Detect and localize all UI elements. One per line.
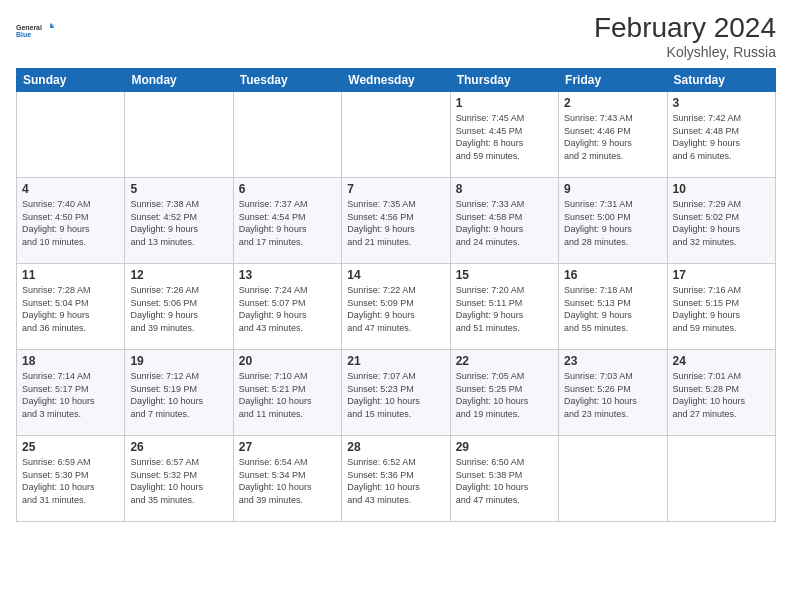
- day-info: Sunrise: 7:07 AM Sunset: 5:23 PM Dayligh…: [347, 370, 444, 420]
- logo-container: General Blue: [16, 12, 54, 50]
- cell-w3-d6: 16Sunrise: 7:18 AM Sunset: 5:13 PM Dayli…: [559, 264, 667, 350]
- day-number: 9: [564, 182, 661, 196]
- day-number: 26: [130, 440, 227, 454]
- day-number: 27: [239, 440, 336, 454]
- day-number: 18: [22, 354, 119, 368]
- day-info: Sunrise: 7:20 AM Sunset: 5:11 PM Dayligh…: [456, 284, 553, 334]
- cell-w5-d2: 26Sunrise: 6:57 AM Sunset: 5:32 PM Dayli…: [125, 436, 233, 522]
- day-number: 1: [456, 96, 553, 110]
- day-number: 25: [22, 440, 119, 454]
- cell-w3-d5: 15Sunrise: 7:20 AM Sunset: 5:11 PM Dayli…: [450, 264, 558, 350]
- cell-w2-d6: 9Sunrise: 7:31 AM Sunset: 5:00 PM Daylig…: [559, 178, 667, 264]
- cell-w2-d3: 6Sunrise: 7:37 AM Sunset: 4:54 PM Daylig…: [233, 178, 341, 264]
- day-number: 16: [564, 268, 661, 282]
- day-number: 5: [130, 182, 227, 196]
- cell-w4-d2: 19Sunrise: 7:12 AM Sunset: 5:19 PM Dayli…: [125, 350, 233, 436]
- day-number: 15: [456, 268, 553, 282]
- svg-text:Blue: Blue: [16, 31, 31, 38]
- cell-w1-d3: [233, 92, 341, 178]
- day-info: Sunrise: 7:38 AM Sunset: 4:52 PM Dayligh…: [130, 198, 227, 248]
- cell-w4-d5: 22Sunrise: 7:05 AM Sunset: 5:25 PM Dayli…: [450, 350, 558, 436]
- day-info: Sunrise: 6:54 AM Sunset: 5:34 PM Dayligh…: [239, 456, 336, 506]
- day-number: 6: [239, 182, 336, 196]
- col-tuesday: Tuesday: [233, 69, 341, 92]
- day-info: Sunrise: 7:37 AM Sunset: 4:54 PM Dayligh…: [239, 198, 336, 248]
- week-row-4: 18Sunrise: 7:14 AM Sunset: 5:17 PM Dayli…: [17, 350, 776, 436]
- cell-w4-d3: 20Sunrise: 7:10 AM Sunset: 5:21 PM Dayli…: [233, 350, 341, 436]
- day-info: Sunrise: 7:18 AM Sunset: 5:13 PM Dayligh…: [564, 284, 661, 334]
- day-number: 12: [130, 268, 227, 282]
- day-info: Sunrise: 7:35 AM Sunset: 4:56 PM Dayligh…: [347, 198, 444, 248]
- week-row-3: 11Sunrise: 7:28 AM Sunset: 5:04 PM Dayli…: [17, 264, 776, 350]
- day-number: 23: [564, 354, 661, 368]
- cell-w5-d5: 29Sunrise: 6:50 AM Sunset: 5:38 PM Dayli…: [450, 436, 558, 522]
- day-info: Sunrise: 7:05 AM Sunset: 5:25 PM Dayligh…: [456, 370, 553, 420]
- subtitle: Kolyshley, Russia: [594, 44, 776, 60]
- day-number: 17: [673, 268, 770, 282]
- week-row-5: 25Sunrise: 6:59 AM Sunset: 5:30 PM Dayli…: [17, 436, 776, 522]
- day-info: Sunrise: 6:50 AM Sunset: 5:38 PM Dayligh…: [456, 456, 553, 506]
- day-number: 13: [239, 268, 336, 282]
- page: General Blue February 2024 Kolyshley, Ru…: [0, 0, 792, 612]
- cell-w1-d5: 1Sunrise: 7:45 AM Sunset: 4:45 PM Daylig…: [450, 92, 558, 178]
- cell-w2-d5: 8Sunrise: 7:33 AM Sunset: 4:58 PM Daylig…: [450, 178, 558, 264]
- cell-w3-d3: 13Sunrise: 7:24 AM Sunset: 5:07 PM Dayli…: [233, 264, 341, 350]
- day-info: Sunrise: 7:33 AM Sunset: 4:58 PM Dayligh…: [456, 198, 553, 248]
- day-info: Sunrise: 7:29 AM Sunset: 5:02 PM Dayligh…: [673, 198, 770, 248]
- day-info: Sunrise: 7:24 AM Sunset: 5:07 PM Dayligh…: [239, 284, 336, 334]
- day-number: 2: [564, 96, 661, 110]
- col-monday: Monday: [125, 69, 233, 92]
- logo-svg: General Blue: [16, 12, 54, 50]
- day-info: Sunrise: 7:43 AM Sunset: 4:46 PM Dayligh…: [564, 112, 661, 162]
- cell-w3-d1: 11Sunrise: 7:28 AM Sunset: 5:04 PM Dayli…: [17, 264, 125, 350]
- cell-w5-d1: 25Sunrise: 6:59 AM Sunset: 5:30 PM Dayli…: [17, 436, 125, 522]
- col-saturday: Saturday: [667, 69, 775, 92]
- cell-w4-d4: 21Sunrise: 7:07 AM Sunset: 5:23 PM Dayli…: [342, 350, 450, 436]
- day-number: 11: [22, 268, 119, 282]
- day-info: Sunrise: 7:40 AM Sunset: 4:50 PM Dayligh…: [22, 198, 119, 248]
- cell-w2-d2: 5Sunrise: 7:38 AM Sunset: 4:52 PM Daylig…: [125, 178, 233, 264]
- col-thursday: Thursday: [450, 69, 558, 92]
- col-sunday: Sunday: [17, 69, 125, 92]
- day-number: 29: [456, 440, 553, 454]
- day-info: Sunrise: 7:26 AM Sunset: 5:06 PM Dayligh…: [130, 284, 227, 334]
- day-number: 28: [347, 440, 444, 454]
- cell-w2-d7: 10Sunrise: 7:29 AM Sunset: 5:02 PM Dayli…: [667, 178, 775, 264]
- day-info: Sunrise: 6:59 AM Sunset: 5:30 PM Dayligh…: [22, 456, 119, 506]
- day-number: 3: [673, 96, 770, 110]
- main-title: February 2024: [594, 12, 776, 44]
- col-friday: Friday: [559, 69, 667, 92]
- cell-w4-d6: 23Sunrise: 7:03 AM Sunset: 5:26 PM Dayli…: [559, 350, 667, 436]
- title-block: February 2024 Kolyshley, Russia: [594, 12, 776, 60]
- cell-w2-d1: 4Sunrise: 7:40 AM Sunset: 4:50 PM Daylig…: [17, 178, 125, 264]
- day-number: 22: [456, 354, 553, 368]
- day-info: Sunrise: 7:42 AM Sunset: 4:48 PM Dayligh…: [673, 112, 770, 162]
- col-wednesday: Wednesday: [342, 69, 450, 92]
- day-number: 8: [456, 182, 553, 196]
- day-number: 19: [130, 354, 227, 368]
- header-row: Sunday Monday Tuesday Wednesday Thursday…: [17, 69, 776, 92]
- day-info: Sunrise: 7:14 AM Sunset: 5:17 PM Dayligh…: [22, 370, 119, 420]
- svg-text:General: General: [16, 24, 42, 31]
- calendar-table: Sunday Monday Tuesday Wednesday Thursday…: [16, 68, 776, 522]
- cell-w1-d6: 2Sunrise: 7:43 AM Sunset: 4:46 PM Daylig…: [559, 92, 667, 178]
- day-number: 20: [239, 354, 336, 368]
- cell-w4-d1: 18Sunrise: 7:14 AM Sunset: 5:17 PM Dayli…: [17, 350, 125, 436]
- day-info: Sunrise: 6:52 AM Sunset: 5:36 PM Dayligh…: [347, 456, 444, 506]
- day-info: Sunrise: 7:22 AM Sunset: 5:09 PM Dayligh…: [347, 284, 444, 334]
- day-number: 21: [347, 354, 444, 368]
- day-number: 10: [673, 182, 770, 196]
- day-info: Sunrise: 6:57 AM Sunset: 5:32 PM Dayligh…: [130, 456, 227, 506]
- cell-w2-d4: 7Sunrise: 7:35 AM Sunset: 4:56 PM Daylig…: [342, 178, 450, 264]
- cell-w1-d2: [125, 92, 233, 178]
- week-row-2: 4Sunrise: 7:40 AM Sunset: 4:50 PM Daylig…: [17, 178, 776, 264]
- header: General Blue February 2024 Kolyshley, Ru…: [16, 12, 776, 60]
- cell-w5-d4: 28Sunrise: 6:52 AM Sunset: 5:36 PM Dayli…: [342, 436, 450, 522]
- cell-w5-d3: 27Sunrise: 6:54 AM Sunset: 5:34 PM Dayli…: [233, 436, 341, 522]
- day-number: 7: [347, 182, 444, 196]
- cell-w4-d7: 24Sunrise: 7:01 AM Sunset: 5:28 PM Dayli…: [667, 350, 775, 436]
- day-info: Sunrise: 7:45 AM Sunset: 4:45 PM Dayligh…: [456, 112, 553, 162]
- day-info: Sunrise: 7:01 AM Sunset: 5:28 PM Dayligh…: [673, 370, 770, 420]
- cell-w3-d4: 14Sunrise: 7:22 AM Sunset: 5:09 PM Dayli…: [342, 264, 450, 350]
- cell-w1-d1: [17, 92, 125, 178]
